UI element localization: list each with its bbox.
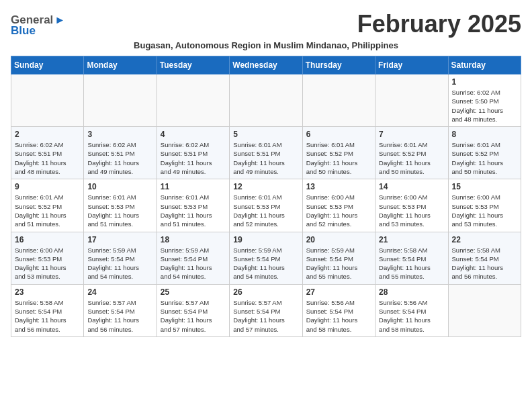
day-info: Sunrise: 5:59 AMSunset: 5:54 PMDaylight:… (161, 246, 226, 281)
calendar-cell: 28Sunrise: 5:56 AMSunset: 5:54 PMDayligh… (375, 284, 448, 336)
calendar-cell: 10Sunrise: 6:01 AMSunset: 5:53 PMDayligh… (84, 179, 157, 232)
day-number: 9 (15, 182, 80, 191)
calendar-cell: 18Sunrise: 5:59 AMSunset: 5:54 PMDayligh… (157, 232, 229, 284)
calendar-week-row: 2Sunrise: 6:02 AMSunset: 5:51 PMDaylight… (11, 127, 521, 179)
calendar-cell: 21Sunrise: 5:58 AMSunset: 5:54 PMDayligh… (375, 232, 448, 284)
day-info: Sunrise: 5:59 AMSunset: 5:54 PMDaylight:… (87, 246, 152, 281)
day-info: Sunrise: 6:01 AMSunset: 5:51 PMDaylight:… (233, 140, 298, 176)
day-number: 13 (306, 182, 371, 191)
calendar-cell: 12Sunrise: 6:01 AMSunset: 5:53 PMDayligh… (230, 179, 302, 232)
calendar-cell: 17Sunrise: 5:59 AMSunset: 5:54 PMDayligh… (84, 232, 157, 284)
day-info: Sunrise: 5:56 AMSunset: 5:54 PMDaylight:… (306, 298, 371, 334)
day-number: 21 (379, 235, 444, 244)
day-number: 24 (87, 287, 152, 297)
calendar-week-row: 1Sunrise: 6:02 AMSunset: 5:50 PMDaylight… (11, 75, 521, 127)
day-number: 15 (452, 182, 517, 191)
day-info: Sunrise: 5:57 AMSunset: 5:54 PMDaylight:… (87, 298, 152, 334)
calendar-cell: 11Sunrise: 6:01 AMSunset: 5:53 PMDayligh… (157, 179, 229, 232)
day-number: 23 (15, 287, 80, 297)
calendar-cell: 24Sunrise: 5:57 AMSunset: 5:54 PMDayligh… (84, 284, 157, 336)
day-number: 25 (161, 287, 226, 297)
calendar-cell: 19Sunrise: 5:59 AMSunset: 5:54 PMDayligh… (230, 232, 302, 284)
day-number: 10 (87, 182, 152, 191)
day-info: Sunrise: 6:01 AMSunset: 5:52 PMDaylight:… (452, 140, 517, 176)
day-number: 28 (379, 287, 444, 297)
calendar-cell: 26Sunrise: 5:57 AMSunset: 5:54 PMDayligh… (230, 284, 302, 336)
day-info: Sunrise: 6:01 AMSunset: 5:52 PMDaylight:… (15, 193, 80, 228)
day-number: 7 (379, 130, 444, 139)
calendar-cell (302, 75, 375, 127)
calendar-cell: 13Sunrise: 6:00 AMSunset: 5:53 PMDayligh… (302, 179, 375, 232)
day-info: Sunrise: 6:01 AMSunset: 5:53 PMDaylight:… (233, 193, 298, 228)
month-title: February 2025 (357, 11, 521, 38)
day-info: Sunrise: 5:57 AMSunset: 5:54 PMDaylight:… (161, 298, 226, 334)
day-info: Sunrise: 6:00 AMSunset: 5:53 PMDaylight:… (452, 193, 517, 228)
calendar-cell: 7Sunrise: 6:01 AMSunset: 5:52 PMDaylight… (375, 127, 448, 179)
day-info: Sunrise: 6:01 AMSunset: 5:52 PMDaylight:… (379, 140, 444, 176)
calendar-cell: 1Sunrise: 6:02 AMSunset: 5:50 PMDaylight… (448, 75, 521, 127)
day-number: 18 (161, 235, 226, 244)
day-number: 16 (15, 235, 80, 244)
logo: General ► Blue (11, 13, 65, 38)
day-info: Sunrise: 5:58 AMSunset: 5:54 PMDaylight:… (15, 298, 80, 334)
calendar-cell: 14Sunrise: 6:00 AMSunset: 5:53 PMDayligh… (375, 179, 448, 232)
day-number: 22 (452, 235, 517, 244)
day-info: Sunrise: 5:58 AMSunset: 5:54 PMDaylight:… (379, 246, 444, 281)
day-number: 4 (161, 130, 226, 139)
day-number: 20 (306, 235, 371, 244)
day-info: Sunrise: 6:01 AMSunset: 5:53 PMDaylight:… (161, 193, 226, 228)
day-info: Sunrise: 6:01 AMSunset: 5:53 PMDaylight:… (87, 193, 152, 228)
day-info: Sunrise: 6:00 AMSunset: 5:53 PMDaylight:… (306, 193, 371, 228)
weekday-header-monday: Monday (84, 56, 157, 75)
day-info: Sunrise: 6:00 AMSunset: 5:53 PMDaylight:… (15, 246, 80, 281)
calendar-cell: 25Sunrise: 5:57 AMSunset: 5:54 PMDayligh… (157, 284, 229, 336)
day-number: 27 (306, 287, 371, 297)
day-number: 1 (452, 77, 517, 87)
day-info: Sunrise: 6:02 AMSunset: 5:51 PMDaylight:… (15, 140, 80, 176)
weekday-header-thursday: Thursday (302, 56, 375, 75)
day-number: 6 (306, 130, 371, 139)
calendar-cell: 20Sunrise: 5:59 AMSunset: 5:54 PMDayligh… (302, 232, 375, 284)
weekday-header-saturday: Saturday (448, 56, 521, 75)
calendar-cell (375, 75, 448, 127)
day-number: 3 (87, 130, 152, 139)
calendar-cell: 27Sunrise: 5:56 AMSunset: 5:54 PMDayligh… (302, 284, 375, 336)
calendar-cell: 16Sunrise: 6:00 AMSunset: 5:53 PMDayligh… (11, 232, 84, 284)
weekday-header-friday: Friday (375, 56, 448, 75)
calendar-cell (448, 284, 521, 336)
day-info: Sunrise: 5:57 AMSunset: 5:54 PMDaylight:… (233, 298, 298, 334)
day-number: 17 (87, 235, 152, 244)
calendar-week-row: 23Sunrise: 5:58 AMSunset: 5:54 PMDayligh… (11, 284, 521, 336)
day-number: 19 (233, 235, 298, 244)
day-info: Sunrise: 5:59 AMSunset: 5:54 PMDaylight:… (233, 246, 298, 281)
calendar-cell: 22Sunrise: 5:58 AMSunset: 5:54 PMDayligh… (448, 232, 521, 284)
calendar-cell (157, 75, 229, 127)
weekday-header-tuesday: Tuesday (157, 56, 229, 75)
day-info: Sunrise: 6:02 AMSunset: 5:51 PMDaylight:… (87, 140, 152, 176)
day-info: Sunrise: 5:56 AMSunset: 5:54 PMDaylight:… (379, 298, 444, 334)
day-number: 8 (452, 130, 517, 139)
page-header: General ► Blue February 2025 (11, 11, 521, 38)
day-number: 5 (233, 130, 298, 139)
weekday-header-wednesday: Wednesday (230, 56, 302, 75)
calendar-cell (11, 75, 84, 127)
day-info: Sunrise: 5:59 AMSunset: 5:54 PMDaylight:… (306, 246, 371, 281)
day-number: 12 (233, 182, 298, 191)
day-info: Sunrise: 6:00 AMSunset: 5:53 PMDaylight:… (379, 193, 444, 228)
day-number: 11 (161, 182, 226, 191)
weekday-header-sunday: Sunday (11, 56, 84, 75)
day-number: 2 (15, 130, 80, 139)
calendar-cell: 8Sunrise: 6:01 AMSunset: 5:52 PMDaylight… (448, 127, 521, 179)
day-info: Sunrise: 6:02 AMSunset: 5:50 PMDaylight:… (452, 88, 517, 124)
weekday-header-row: SundayMondayTuesdayWednesdayThursdayFrid… (11, 56, 521, 75)
calendar-week-row: 16Sunrise: 6:00 AMSunset: 5:53 PMDayligh… (11, 232, 521, 284)
logo-blue-text: Blue (11, 24, 36, 38)
calendar-week-row: 9Sunrise: 6:01 AMSunset: 5:52 PMDaylight… (11, 179, 521, 232)
calendar-cell: 4Sunrise: 6:02 AMSunset: 5:51 PMDaylight… (157, 127, 229, 179)
calendar-cell: 3Sunrise: 6:02 AMSunset: 5:51 PMDaylight… (84, 127, 157, 179)
calendar-cell (230, 75, 302, 127)
calendar-subtitle: Bugasan, Autonomous Region in Muslim Min… (11, 40, 521, 50)
day-info: Sunrise: 6:01 AMSunset: 5:52 PMDaylight:… (306, 140, 371, 176)
day-info: Sunrise: 5:58 AMSunset: 5:54 PMDaylight:… (452, 246, 517, 281)
logo-bird-icon: ► (54, 14, 65, 26)
